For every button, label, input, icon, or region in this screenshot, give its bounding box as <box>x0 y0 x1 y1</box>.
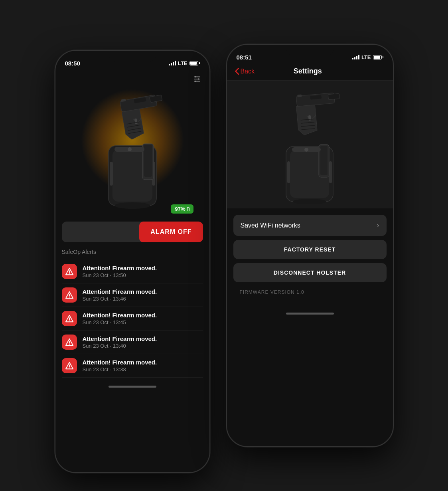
status-icons-right: LTE <box>352 54 383 60</box>
home-indicator-left <box>109 386 156 388</box>
holster-display-left: 97% <box>55 70 209 222</box>
phone-left: 08:50 LTE <box>55 50 210 473</box>
svg-point-25 <box>69 273 70 274</box>
time-left: 08:50 <box>65 60 80 67</box>
alerts-title: SafeOp Alerts <box>62 249 203 255</box>
alert-item-1: Attention! Firearm moved. Sun 23 Oct - 1… <box>62 260 203 283</box>
svg-point-23 <box>114 202 150 209</box>
alert-text-3: Attention! Firearm moved. Sun 23 Oct - 1… <box>83 312 157 325</box>
screen-right: 08:51 LTE <box>227 45 393 446</box>
disconnect-holster-button[interactable]: DISCONNECT HOLSTER <box>233 263 387 282</box>
back-button[interactable]: Back <box>235 68 255 75</box>
svg-point-51 <box>293 199 326 204</box>
saved-wifi-row[interactable]: Saved WiFi networks › <box>233 215 387 236</box>
settings-title: Settings <box>255 67 361 75</box>
svg-point-50 <box>304 148 308 152</box>
warning-icon-1 <box>65 267 74 276</box>
signal-icon-right <box>352 55 359 59</box>
svg-rect-35 <box>328 93 339 99</box>
phone-right: 08:51 LTE <box>226 44 394 447</box>
svg-point-22 <box>128 147 132 151</box>
alert-icon-5 <box>62 358 77 373</box>
battery-icon-left <box>189 61 200 65</box>
svg-rect-46 <box>329 161 332 183</box>
settings-filter-icon[interactable] <box>193 75 201 85</box>
alarm-off-button[interactable]: ALARM OFF <box>139 222 203 242</box>
svg-point-3 <box>195 76 196 78</box>
warning-icon-3 <box>65 314 74 323</box>
notch-right <box>286 45 334 56</box>
lte-label-left: LTE <box>178 60 187 66</box>
disconnect-holster-label: DISCONNECT HOLSTER <box>274 269 346 276</box>
warning-icon-2 <box>65 291 74 299</box>
svg-point-31 <box>69 344 70 345</box>
back-chevron-icon <box>235 68 239 75</box>
battery-icon-right <box>373 55 383 59</box>
holster-svg-left <box>95 82 170 210</box>
status-icons-left: LTE <box>169 60 200 66</box>
alert-item-4: Attention! Firearm moved. Sun 23 Oct - 1… <box>62 331 203 354</box>
svg-rect-38 <box>308 115 311 121</box>
alert-item-5: Attention! Firearm moved. Sun 23 Oct - 1… <box>62 354 203 378</box>
alert-text-1: Attention! Firearm moved. Sun 23 Oct - 1… <box>83 265 157 278</box>
saved-wifi-label: Saved WiFi networks <box>241 222 300 229</box>
firmware-version-label: FIRMWARE VERSION 1.0 <box>233 286 387 298</box>
warning-icon-5 <box>65 361 74 370</box>
holster-display-right <box>227 81 393 208</box>
svg-point-33 <box>69 368 70 368</box>
alert-item-2: Attention! Firearm moved. Sun 23 Oct - 1… <box>62 283 203 307</box>
holster-svg-right <box>270 85 350 204</box>
settings-list: Saved WiFi networks › FACTORY RESET DISC… <box>227 208 393 305</box>
svg-rect-45 <box>287 161 290 183</box>
alert-text-5: Attention! Firearm moved. Sun 23 Oct - 1… <box>83 359 157 372</box>
svg-rect-20 <box>144 145 152 177</box>
alert-item-3: Attention! Firearm moved. Sun 23 Oct - 1… <box>62 307 203 331</box>
svg-rect-48 <box>320 146 328 175</box>
home-indicator-right <box>286 313 334 315</box>
factory-reset-button[interactable]: FACTORY RESET <box>233 240 387 259</box>
time-right: 08:51 <box>237 54 252 61</box>
alert-text-2: Attention! Firearm moved. Sun 23 Oct - 1… <box>83 288 157 302</box>
alert-icon-1 <box>62 264 77 279</box>
alert-icon-2 <box>62 287 77 303</box>
alarm-bar: ALARM OFF <box>62 222 203 242</box>
svg-rect-17 <box>110 162 113 186</box>
alerts-section: SafeOp Alerts Attention! Firearm moved. … <box>55 242 209 378</box>
alert-text-4: Attention! Firearm moved. Sun 23 Oct - 1… <box>83 335 157 349</box>
factory-reset-label: FACTORY RESET <box>284 246 336 253</box>
battery-percentage: 97% <box>171 204 193 214</box>
alert-icon-3 <box>62 311 77 326</box>
svg-point-29 <box>69 321 70 321</box>
nav-bar-right: Back Settings <box>227 64 393 81</box>
warning-icon-4 <box>65 338 74 346</box>
chevron-right-icon: › <box>377 221 379 230</box>
svg-point-27 <box>69 297 70 298</box>
alert-icon-4 <box>62 335 77 350</box>
screen-left: 08:50 LTE <box>55 51 209 472</box>
svg-point-4 <box>197 78 199 80</box>
notch-left <box>109 51 156 62</box>
lte-label-right: LTE <box>361 54 371 60</box>
svg-rect-36 <box>297 94 302 97</box>
svg-point-5 <box>195 81 196 82</box>
signal-icon-left <box>169 61 176 65</box>
